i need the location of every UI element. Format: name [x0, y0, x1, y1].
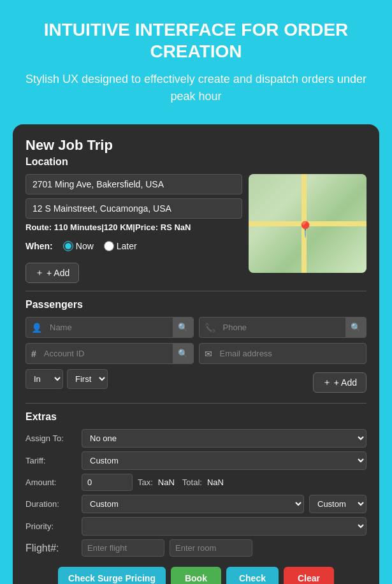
total-value: NaN — [207, 478, 224, 487]
add-passenger-button[interactable]: ＋ + Add — [313, 372, 367, 393]
when-row: When: Now Later — [25, 241, 242, 251]
plus-icon-passenger: ＋ — [323, 377, 331, 388]
passengers-grid: 👤 🔍 📞 🔍 — [25, 317, 367, 338]
tariff-row: Tariff: Custom — [25, 451, 367, 470]
passengers-grid-row2: # 🔍 ✉ — [25, 343, 367, 364]
custom-select-2[interactable]: Custom — [309, 495, 367, 513]
map-container: 📍 — [249, 174, 367, 273]
name-input[interactable] — [47, 318, 173, 337]
tax-value: NaN — [158, 478, 175, 487]
later-label: Later — [117, 241, 137, 251]
name-search-button[interactable]: 🔍 — [173, 318, 193, 337]
name-field-container: 👤 🔍 — [25, 317, 194, 338]
inout-row: In Out First Last — [25, 369, 108, 389]
phone-search-button[interactable]: 🔍 — [345, 318, 366, 337]
tax-total-row: Tax: NaN Total: NaN — [138, 478, 224, 487]
now-label: Now — [76, 241, 94, 251]
room-input[interactable] — [170, 539, 252, 557]
amount-row: Amount: Tax: NaN Total: NaN — [25, 474, 367, 491]
phone-input[interactable] — [221, 318, 346, 337]
email-icon: ✉ — [200, 344, 217, 363]
now-radio-option[interactable]: Now — [63, 241, 94, 251]
flight-row: Flight#: — [25, 539, 367, 557]
tax-label: Tax: — [138, 478, 153, 487]
duration-row: Duration: Custom Custom — [25, 495, 367, 513]
hash-icon: # — [26, 344, 41, 363]
when-label: When: — [25, 241, 53, 251]
plus-icon: ＋ — [35, 267, 44, 279]
location-map-row: Route: 110 Minutes|120 KM|Price: RS NaN … — [25, 174, 367, 283]
add-stop-button[interactable]: ＋ + Add — [25, 263, 79, 283]
passengers-header: Passengers — [25, 299, 367, 310]
location-fields: Route: 110 Minutes|120 KM|Price: RS NaN … — [25, 174, 242, 283]
route-info: Route: 110 Minutes|120 KM|Price: RS NaN — [25, 223, 242, 232]
hero-title: INTUITIVE INTERFACE FOR ORDER CREATION — [13, 19, 379, 62]
email-field-container: ✉ — [199, 343, 367, 364]
priority-select[interactable] — [82, 517, 367, 536]
assign-to-label: Assign To: — [25, 434, 76, 443]
hero-subtitle: Stylish UX designed to effectively creat… — [13, 71, 379, 105]
account-id-input[interactable] — [41, 344, 173, 363]
assign-to-row: Assign To: No one — [25, 429, 367, 448]
priority-row: Priority: — [25, 517, 367, 536]
location-header: Location — [25, 156, 367, 168]
person-icon: 👤 — [26, 318, 47, 337]
later-radio[interactable] — [104, 241, 114, 251]
extras-section: Extras Assign To: No one Tariff: Custom … — [25, 411, 367, 557]
new-job-trip-card: New Job Trip Location Route: 110 Minutes… — [13, 124, 379, 584]
amount-input[interactable] — [82, 474, 133, 491]
priority-label: Priority: — [25, 522, 76, 531]
tariff-select[interactable]: Custom — [82, 451, 367, 470]
flight-label: Flight#: — [25, 543, 76, 554]
address1-input[interactable] — [25, 174, 242, 194]
map-pin-icon: 📍 — [296, 221, 315, 238]
hero-section: INTUITIVE INTERFACE FOR ORDER CREATION S… — [0, 0, 392, 118]
assign-to-select[interactable]: No one — [82, 429, 367, 448]
phone-icon: 📞 — [200, 318, 221, 337]
duration-label: Duration: — [25, 499, 76, 509]
extras-header: Extras — [25, 411, 367, 423]
flight-input[interactable] — [82, 539, 164, 557]
email-input[interactable] — [217, 344, 367, 363]
tariff-label: Tariff: — [25, 456, 76, 465]
book-button[interactable]: Book — [171, 567, 221, 584]
route-value: 110 Minutes|120 KM|Price: RS NaN — [54, 223, 191, 232]
duration-select[interactable]: Custom — [82, 495, 304, 513]
add-stop-label: + Add — [47, 268, 69, 278]
check-surge-pricing-button[interactable]: Check Surge Pricing — [58, 567, 166, 584]
check-button[interactable]: Check — [226, 567, 279, 584]
in-out-select[interactable]: In Out — [25, 369, 63, 389]
now-radio[interactable] — [63, 241, 73, 251]
phone-field-container: 📞 🔍 — [199, 317, 367, 338]
later-radio-option[interactable]: Later — [104, 241, 137, 251]
address2-input[interactable] — [25, 198, 242, 219]
amount-label: Amount: — [25, 478, 76, 487]
card-title: New Job Trip — [25, 137, 367, 154]
map-image: 📍 — [249, 174, 367, 273]
account-search-button[interactable]: 🔍 — [173, 344, 193, 363]
clear-button[interactable]: Clear — [284, 567, 334, 584]
account-id-field-container: # 🔍 — [25, 343, 194, 364]
inout-add-row: In Out First Last ＋ + Add — [25, 369, 367, 395]
route-label: Route: — [25, 223, 52, 232]
location-divider — [25, 291, 367, 291]
first-last-select[interactable]: First Last — [67, 369, 108, 389]
passengers-divider — [25, 403, 367, 404]
bottom-buttons: Check Surge Pricing Book Check Clear — [25, 567, 367, 584]
add-passenger-label: + Add — [334, 377, 357, 388]
total-label: Total: — [182, 478, 202, 487]
